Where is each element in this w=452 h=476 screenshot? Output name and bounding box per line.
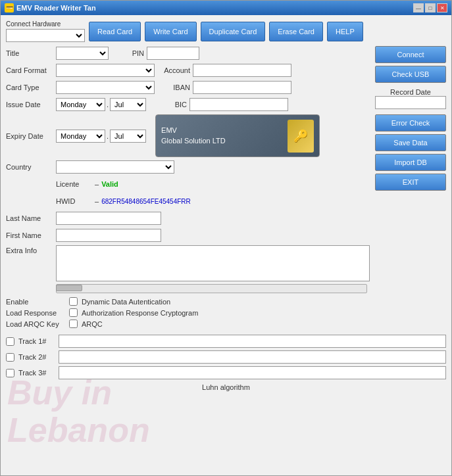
track3-label: Track 3# [18, 369, 55, 377]
last-name-input[interactable] [56, 212, 161, 225]
pin-input[interactable] [147, 47, 199, 60]
track1-row: Track 1# [6, 335, 446, 348]
close-button[interactable]: ✕ [437, 3, 447, 12]
license-row: Licente – Valid [56, 177, 370, 191]
main-content: Buy in Lebanon Connect Hardware Read Car… [1, 15, 451, 475]
load-response-row: Load Response Authorization Response Cry… [6, 308, 446, 317]
maximize-button[interactable]: □ [425, 3, 436, 12]
card-line2: Global Solution LTD [161, 136, 226, 146]
license-label: Licente [56, 180, 92, 188]
track2-checkbox[interactable] [6, 353, 14, 362]
account-label: Account [157, 66, 190, 74]
record-date-group: Record Date [375, 88, 446, 109]
track1-input[interactable] [59, 335, 446, 348]
bic-input[interactable] [189, 98, 288, 111]
track2-row: Track 2# [6, 350, 446, 364]
track3-checkbox[interactable] [6, 369, 14, 377]
dynamic-data-checkbox[interactable] [69, 297, 78, 306]
issue-date-sep: . [107, 101, 109, 108]
expiry-date-row: Expiry Date Monday . Jul EMV [6, 114, 370, 157]
card-image: EMV Global Solution LTD 🔑 [155, 114, 320, 157]
toolbar: Connect Hardware Read Card Write Card Du… [6, 20, 446, 42]
first-name-row: First Name [6, 228, 370, 243]
iban-input[interactable] [193, 81, 291, 94]
track1-checkbox[interactable] [6, 337, 14, 346]
luhn-label: Luhn algorithm [202, 383, 250, 391]
arqc-label: ARQC [82, 320, 103, 328]
scrollbar-thumb[interactable] [56, 285, 82, 291]
watermark-line2: Lebanon [7, 412, 150, 449]
country-label: Country [6, 163, 53, 171]
track2-input[interactable] [59, 350, 446, 364]
load-arqc-label: Load ARQC Key [6, 320, 65, 328]
extra-info-label: Extra Info [6, 245, 53, 254]
first-name-label: First Name [6, 231, 53, 239]
write-card-button[interactable]: Write Card [145, 22, 196, 41]
app-icon: 💳 [5, 3, 14, 12]
issue-month-select[interactable]: Jul [110, 98, 146, 111]
tracks-section: Track 1# Track 2# Track 3# Luhn algorith… [6, 335, 446, 391]
minimize-button[interactable]: — [413, 3, 424, 12]
track2-label: Track 2# [18, 353, 55, 361]
expiry-date-group: Monday . Jul [56, 130, 146, 143]
right-buttons-panel: Connect Check USB Record Date Error Chec… [375, 46, 446, 293]
title-row: Title PIN [6, 46, 370, 60]
iban-label: IBAN [157, 83, 190, 91]
dynamic-data-label: Dynamic Data Autentication [82, 298, 170, 306]
track3-input[interactable] [59, 366, 446, 379]
exit-button[interactable]: EXIT [375, 174, 446, 191]
record-date-input[interactable] [375, 96, 446, 109]
check-usb-button[interactable]: Check USB [375, 66, 446, 83]
duplicate-card-button[interactable]: Duplicate Card [201, 22, 266, 41]
window-title: EMV Reader Writer Tan [16, 4, 96, 12]
form-area: Title PIN Card Format Account [6, 46, 446, 293]
issue-day-select[interactable]: Monday [56, 98, 105, 111]
expiry-month-select[interactable]: Jul [110, 130, 146, 143]
help-button[interactable]: HELP [327, 22, 363, 41]
save-data-button[interactable]: Save Data [375, 134, 446, 151]
expiry-date-label: Expiry Date [6, 132, 53, 140]
hwid-dash: – [95, 197, 99, 205]
title-label: Title [6, 49, 53, 57]
issue-date-label: Issue Date [6, 101, 53, 108]
last-name-row: Last Name [6, 211, 370, 226]
pin-label: PIN [111, 49, 144, 57]
issue-date-row: Issue Date Monday . Jul BIC [6, 97, 370, 112]
auth-response-label: Authorization Response Cryptogram [82, 309, 198, 317]
erase-card-button[interactable]: Erase Card [269, 22, 323, 41]
card-format-select[interactable] [56, 64, 155, 77]
title-select[interactable] [56, 47, 109, 60]
card-line1: EMV [161, 126, 226, 135]
main-window: 💳 EMV Reader Writer Tan — □ ✕ Buy in Leb… [0, 0, 452, 476]
card-type-select[interactable] [56, 81, 155, 94]
card-type-row: Card Type IBAN [6, 80, 370, 95]
card-format-row: Card Format Account [6, 63, 370, 78]
load-arqc-row: Load ARQC Key ARQC [6, 320, 446, 328]
scrollbar-container[interactable] [56, 284, 367, 293]
card-type-label: Card Type [6, 83, 53, 91]
country-row: Country [6, 160, 370, 174]
country-select[interactable] [56, 160, 174, 174]
error-check-button[interactable]: Error Check [375, 114, 446, 131]
hwid-value: 682FR54848654FE45454FRR [101, 198, 191, 205]
title-bar-controls: — □ ✕ [413, 3, 447, 12]
import-db-button[interactable]: Import DB [375, 154, 446, 171]
issue-date-group: Monday . Jul [56, 98, 146, 111]
track3-row: Track 3# [6, 366, 446, 379]
enable-row: Enable Dynamic Data Autentication [6, 297, 446, 306]
read-card-button[interactable]: Read Card [89, 22, 141, 41]
account-input[interactable] [193, 64, 291, 77]
expiry-day-select[interactable]: Monday [56, 130, 105, 143]
checkboxes-section: Enable Dynamic Data Autentication Load R… [6, 297, 446, 328]
extra-info-textarea[interactable] [56, 245, 370, 281]
title-bar-left: 💳 EMV Reader Writer Tan [5, 3, 96, 12]
record-date-label: Record Date [375, 88, 446, 96]
connect-button[interactable]: Connect [375, 46, 446, 63]
auth-response-checkbox[interactable] [69, 308, 78, 317]
last-name-label: Last Name [6, 214, 53, 222]
connect-hardware-select[interactable] [6, 29, 85, 42]
hwid-row: HWID – 682FR54848654FE45454FRR [56, 194, 370, 208]
arqc-checkbox[interactable] [69, 320, 78, 328]
first-name-input[interactable] [56, 229, 161, 242]
track1-label: Track 1# [18, 337, 55, 345]
